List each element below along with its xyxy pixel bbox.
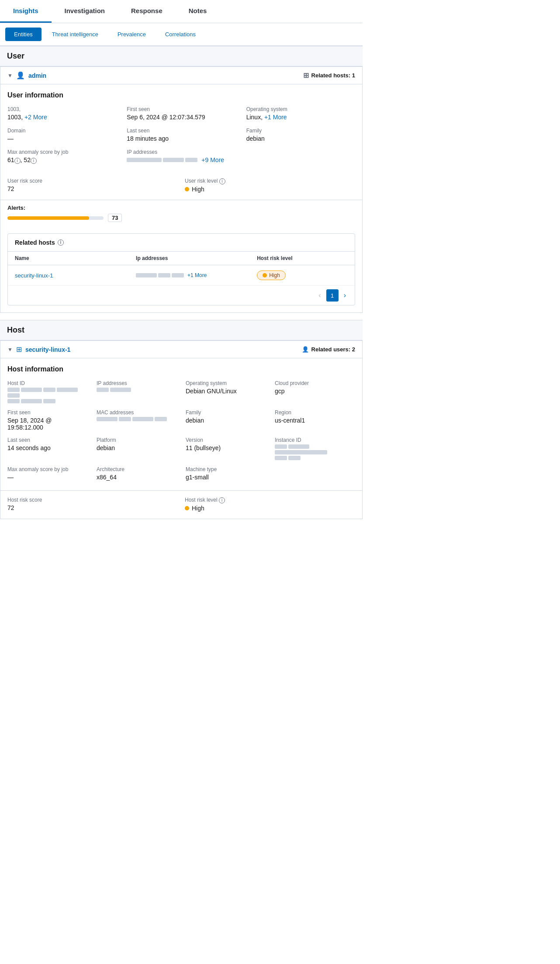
user-last-seen-item: Last seen 18 minutes ago bbox=[127, 128, 235, 142]
host-section-header: Host bbox=[0, 320, 363, 340]
host-entity-name[interactable]: security-linux-1 bbox=[25, 346, 70, 353]
anomaly-label: Max anomaly score by job bbox=[7, 149, 116, 155]
user-ip-item: IP addresses +9 More bbox=[127, 149, 355, 164]
host-id-value bbox=[7, 388, 88, 403]
host-machine-item: Machine type g1-small bbox=[186, 466, 266, 481]
subtab-correlations[interactable]: Correlations bbox=[156, 28, 204, 41]
risk-level-text: User risk level bbox=[185, 178, 218, 184]
tab-investigation[interactable]: Investigation bbox=[52, 0, 118, 23]
col-header-ip: Ip addresses bbox=[136, 255, 257, 261]
host-family-item: Family debian bbox=[186, 409, 266, 431]
mac-bar bbox=[97, 417, 177, 421]
family-value: debian bbox=[246, 135, 355, 142]
table-row: security-linux-1 +1 More High bbox=[8, 265, 355, 286]
user-id-number: 1003, bbox=[7, 114, 23, 121]
host-region-item: Region us-central1 bbox=[275, 409, 355, 431]
host-version-item: Version 11 (bullseye) bbox=[186, 437, 266, 460]
host-entity-panel: ▼ ⊞ security-linux-1 👤 Related users: 2 … bbox=[0, 340, 363, 519]
host-header-left: ▼ ⊞ security-linux-1 bbox=[7, 345, 70, 354]
platform-label: Platform bbox=[97, 437, 177, 443]
tab-response[interactable]: Response bbox=[118, 0, 176, 23]
user-id-more[interactable]: +2 More bbox=[24, 114, 47, 121]
host-info-section: Host information Host ID bbox=[0, 358, 362, 490]
sub-navigation: Entities Threat intelligence Prevalence … bbox=[0, 23, 363, 46]
page-1-button[interactable]: 1 bbox=[326, 289, 339, 302]
related-hosts-info-icon: i bbox=[58, 239, 64, 246]
related-hosts-icon: ⊞ bbox=[303, 71, 309, 80]
mac-b4 bbox=[155, 417, 167, 421]
host-id-b6 bbox=[7, 399, 20, 403]
host-risk-dot bbox=[263, 273, 267, 277]
host-info-title: Host information bbox=[7, 365, 355, 373]
arch-value: x86_64 bbox=[97, 474, 177, 481]
host-anomaly-item: Max anomaly score by job — bbox=[7, 466, 88, 481]
host-last-seen-item: Last seen 14 seconds ago bbox=[7, 437, 88, 460]
host-risk-info-icon: i bbox=[219, 497, 225, 503]
user-anomaly-item: Max anomaly score by job 61i, 52i bbox=[7, 149, 116, 164]
host-ip-more[interactable]: +1 More bbox=[187, 272, 207, 278]
family-label: Family bbox=[246, 128, 355, 134]
anomaly-info-icon-b: i bbox=[31, 158, 37, 164]
anomaly-score-a: 61 bbox=[7, 156, 14, 163]
chevron-down-icon[interactable]: ▼ bbox=[7, 73, 13, 79]
host-family-value: debian bbox=[186, 417, 266, 424]
host-risk-score-value: 72 bbox=[7, 504, 178, 511]
subtab-entities[interactable]: Entities bbox=[5, 28, 41, 41]
platform-value: debian bbox=[97, 444, 177, 451]
subtab-prevalence[interactable]: Prevalence bbox=[109, 28, 155, 41]
user-risk-level-item: User risk level i High bbox=[185, 178, 355, 193]
host-id-b8 bbox=[43, 399, 55, 403]
host-chevron-icon[interactable]: ▼ bbox=[7, 347, 13, 353]
user-risk-score-label: User risk score bbox=[7, 178, 178, 184]
domain-label: Domain bbox=[7, 128, 116, 134]
ip-bar: +9 More bbox=[127, 156, 355, 163]
host-ip-block-1 bbox=[136, 273, 157, 277]
host-family-label: Family bbox=[186, 409, 266, 416]
table-column-headers: Name Ip addresses Host risk level bbox=[8, 252, 355, 265]
pagination: ‹ 1 › bbox=[8, 286, 355, 305]
user-family-item: Family debian bbox=[246, 128, 355, 142]
related-users-count: Related users: 2 bbox=[311, 346, 355, 353]
user-risk-level-text: High bbox=[192, 186, 204, 193]
os-label: Operating system bbox=[246, 106, 355, 112]
mac-b1 bbox=[97, 417, 118, 421]
next-page-arrow[interactable]: › bbox=[342, 291, 348, 299]
user-info-title: User information bbox=[7, 91, 355, 99]
prev-page-arrow[interactable]: ‹ bbox=[317, 291, 322, 299]
mac-b3 bbox=[132, 417, 153, 421]
ip-block-3 bbox=[185, 158, 197, 162]
host-anomaly-label: Max anomaly score by job bbox=[7, 466, 88, 472]
anomaly-score-b: 52 bbox=[24, 156, 31, 163]
alerts-bar-fill bbox=[7, 216, 89, 220]
user-info-section: User information 1003, 1003, +2 More Fir… bbox=[0, 84, 362, 174]
user-header-right: ⊞ Related hosts: 1 bbox=[303, 71, 355, 80]
arch-label: Architecture bbox=[97, 466, 177, 472]
host-id-item: Host ID bbox=[7, 380, 88, 403]
host-instance-item: Instance ID bbox=[275, 437, 355, 460]
host-name-link[interactable]: security-linux-1 bbox=[15, 272, 53, 279]
user-entity-name[interactable]: admin bbox=[28, 72, 46, 79]
inst-b3 bbox=[275, 450, 327, 454]
subtab-threat-intelligence[interactable]: Threat intelligence bbox=[43, 28, 107, 41]
host-id-b5 bbox=[7, 393, 20, 398]
tab-insights[interactable]: Insights bbox=[0, 0, 52, 23]
machine-type-value: g1-small bbox=[186, 474, 266, 481]
ip-more[interactable]: +9 More bbox=[201, 156, 224, 163]
host-cloud-item: Cloud provider gcp bbox=[275, 380, 355, 403]
region-value: us-central1 bbox=[275, 417, 355, 424]
host-risk-level-text: High bbox=[269, 272, 280, 278]
user-header-left: ▼ 👤 admin bbox=[7, 71, 46, 80]
ip-block-2 bbox=[163, 158, 184, 162]
tab-notes[interactable]: Notes bbox=[176, 0, 220, 23]
host-ip-value bbox=[97, 388, 177, 392]
related-hosts-count: Related hosts: 1 bbox=[311, 72, 355, 79]
ip-label: IP addresses bbox=[127, 149, 355, 155]
os-more[interactable]: +1 More bbox=[264, 114, 287, 121]
host-os-value: Debian GNU/Linux bbox=[186, 388, 266, 395]
host-grid-icon: ⊞ bbox=[16, 345, 22, 354]
region-label: Region bbox=[275, 409, 355, 416]
user-os-item: Operating system Linux, +1 More bbox=[246, 106, 355, 121]
col-header-name: Name bbox=[15, 255, 136, 261]
host-risk-row: Host risk score 72 Host risk level i Hig… bbox=[0, 490, 362, 519]
host-risk-level-display: High bbox=[192, 505, 204, 512]
